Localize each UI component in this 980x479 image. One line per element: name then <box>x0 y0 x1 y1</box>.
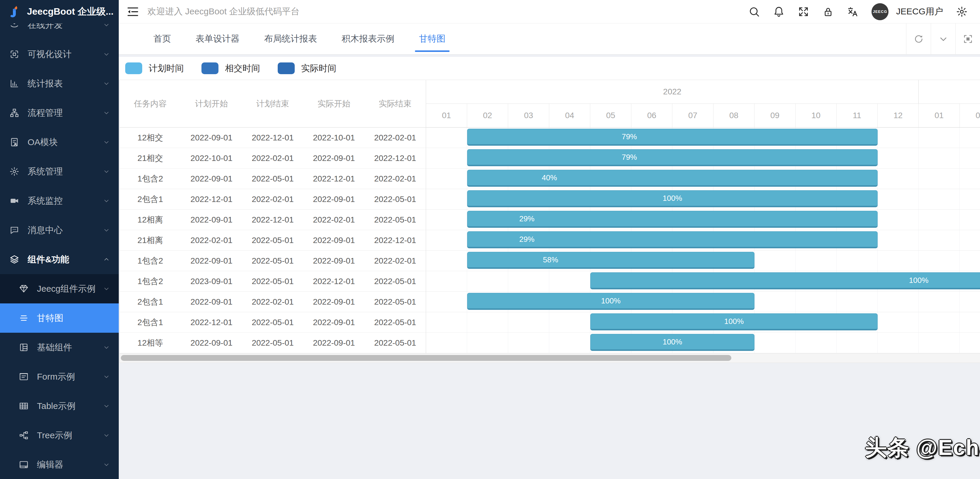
timeline-row-9: 100% <box>426 312 980 333</box>
gantt-bar-3[interactable]: 100% <box>467 190 878 207</box>
grid-cell <box>960 189 980 209</box>
grid-cell <box>919 230 960 250</box>
gantt-bar-0[interactable]: 79% <box>467 129 878 146</box>
task-row-0[interactable]: 12相交2022-09-012022-12-012022-10-012022-0… <box>119 127 426 148</box>
cell-actual_start: 2022-09-01 <box>303 318 364 327</box>
grid-cell <box>467 312 508 333</box>
gantt-bar-1[interactable]: 79% <box>467 149 878 166</box>
sidebar-item-5[interactable]: 系统管理 <box>0 157 119 186</box>
task-row-9[interactable]: 2包含12022-12-012022-05-012022-09-012022-0… <box>119 312 426 333</box>
grid-cell <box>919 127 960 148</box>
month-header-8: 09 <box>754 104 795 127</box>
month-header-7: 08 <box>713 104 754 127</box>
translate-button[interactable] <box>847 6 859 18</box>
cell-plan_end: 2022-05-01 <box>242 277 304 286</box>
gantt-bar-2[interactable]: 40% <box>467 170 878 187</box>
grid-cell <box>878 333 919 353</box>
maximize-tab-action[interactable] <box>955 24 980 54</box>
cell-task: 12相交 <box>119 132 181 143</box>
timeline-row-4: 29% <box>426 210 980 230</box>
task-row-7[interactable]: 1包含22023-09-012022-05-012022-12-012022-0… <box>119 271 426 292</box>
menu-fold-icon[interactable] <box>126 5 139 18</box>
cell-actual_start: 2022-12-01 <box>303 174 364 183</box>
sidebar-item-6[interactable]: 系统监控 <box>0 186 119 215</box>
chevron-down-icon <box>103 80 110 87</box>
chevron-down-icon <box>103 403 110 409</box>
refresh-tab-action[interactable] <box>906 24 931 54</box>
sidebar-item-12[interactable]: Form示例 <box>0 362 119 391</box>
month-header-1: 02 <box>467 104 508 127</box>
task-row-4[interactable]: 12相离2022-09-012022-12-012022-02-012022-0… <box>119 210 426 230</box>
gear-icon <box>956 6 968 18</box>
chevron-down-icon <box>103 432 110 439</box>
sidebar-item-2[interactable]: 统计报表 <box>0 69 119 98</box>
grid-cell <box>960 333 980 353</box>
task-row-5[interactable]: 21相离2022-02-012022-05-012022-09-012022-1… <box>119 230 426 251</box>
editor-icon <box>19 460 29 469</box>
logo[interactable]: JeecgBoot 企业级... <box>0 0 119 24</box>
task-row-8[interactable]: 2包含12022-09-012022-02-012022-09-012022-0… <box>119 292 426 312</box>
task-row-3[interactable]: 2包含12022-12-012022-02-012022-09-012022-0… <box>119 189 426 210</box>
grid-cell <box>919 169 960 189</box>
tab-label: 表单设计器 <box>196 33 240 45</box>
gantt-bar-6[interactable]: 58% <box>467 252 754 269</box>
logo-icon <box>8 5 22 19</box>
tab-3[interactable]: 积木报表示例 <box>329 24 407 54</box>
cell-plan_start: 2022-09-01 <box>181 338 242 348</box>
settings-gear-button[interactable] <box>956 6 968 18</box>
grid-cell <box>426 312 467 333</box>
sidebar-item-10[interactable]: 甘特图 <box>0 303 119 333</box>
sidebar-item-1[interactable]: 可视化设计 <box>0 40 119 69</box>
tab-1[interactable]: 表单设计器 <box>183 24 252 54</box>
sidebar-item-15[interactable]: 编辑器 <box>0 450 119 479</box>
gantt-bar-4[interactable]: 29% <box>467 211 878 228</box>
gantt-bar-7[interactable]: 100% <box>590 272 980 289</box>
gantt-bar-5[interactable]: 29% <box>467 231 878 248</box>
scrollbar-thumb[interactable] <box>121 355 731 361</box>
task-row-1[interactable]: 21相交2022-10-012022-02-012022-09-012022-1… <box>119 148 426 169</box>
task-row-6[interactable]: 1包含22022-09-012022-05-012022-09-012022-0… <box>119 251 426 271</box>
timeline-month-row: 0102030405060708091011120102 <box>426 104 980 127</box>
cell-task: 1包含2 <box>119 255 181 266</box>
sidebar-item-4[interactable]: OA模块 <box>0 127 119 157</box>
table-icon <box>19 401 29 411</box>
search-button[interactable] <box>748 6 760 18</box>
grid-cell <box>919 210 960 230</box>
chevron-down-icon <box>103 461 110 468</box>
lock-button[interactable] <box>822 6 834 18</box>
gantt-bar-10[interactable]: 100% <box>590 334 754 351</box>
grid-cell <box>754 333 795 353</box>
diamond-icon <box>19 284 29 294</box>
task-row-10[interactable]: 12相等2022-09-012022-05-012022-09-012022-0… <box>119 333 426 353</box>
fullscreen-button[interactable] <box>798 6 809 18</box>
bell-button[interactable] <box>773 6 785 18</box>
cell-plan_start: 2023-09-01 <box>181 277 242 286</box>
user-avatar[interactable]: JEECG <box>872 3 889 20</box>
month-header-13: 02 <box>960 104 980 127</box>
sidebar-item-0[interactable]: 在线开发 <box>0 24 119 40</box>
grid-cell <box>919 333 960 353</box>
tab-4[interactable]: 甘特图 <box>407 24 458 54</box>
chevron-down-icon <box>103 197 110 204</box>
chevron-down-tab-action[interactable] <box>931 24 955 54</box>
gantt-lines-icon <box>19 313 29 323</box>
sidebar-item-7[interactable]: 消息中心 <box>0 215 119 245</box>
tree-icon <box>19 430 29 440</box>
user-name[interactable]: JEECG用户 <box>896 6 943 18</box>
sidebar-item-3[interactable]: 流程管理 <box>0 98 119 127</box>
header-actions: JEECGJEECG用户 <box>748 3 980 20</box>
tab-2[interactable]: 布局统计报表 <box>252 24 329 54</box>
month-header-2: 03 <box>508 104 549 127</box>
sidebar-item-9[interactable]: Jeecg组件示例 <box>0 274 119 303</box>
sidebar-item-14[interactable]: Tree示例 <box>0 421 119 450</box>
cell-plan_end: 2022-05-01 <box>242 236 304 245</box>
sidebar-item-8[interactable]: 组件&功能 <box>0 245 119 274</box>
gantt-bar-9[interactable]: 100% <box>590 313 878 330</box>
gantt-bar-8[interactable]: 100% <box>467 293 754 310</box>
sidebar-item-13[interactable]: Table示例 <box>0 391 119 421</box>
online-dev-icon <box>10 24 20 30</box>
sidebar-item-11[interactable]: 基础组件 <box>0 333 119 362</box>
tab-0[interactable]: 首页 <box>141 24 183 54</box>
layers-icon <box>10 255 19 264</box>
task-row-2[interactable]: 1包含22022-09-012022-05-012022-12-012022-0… <box>119 169 426 189</box>
